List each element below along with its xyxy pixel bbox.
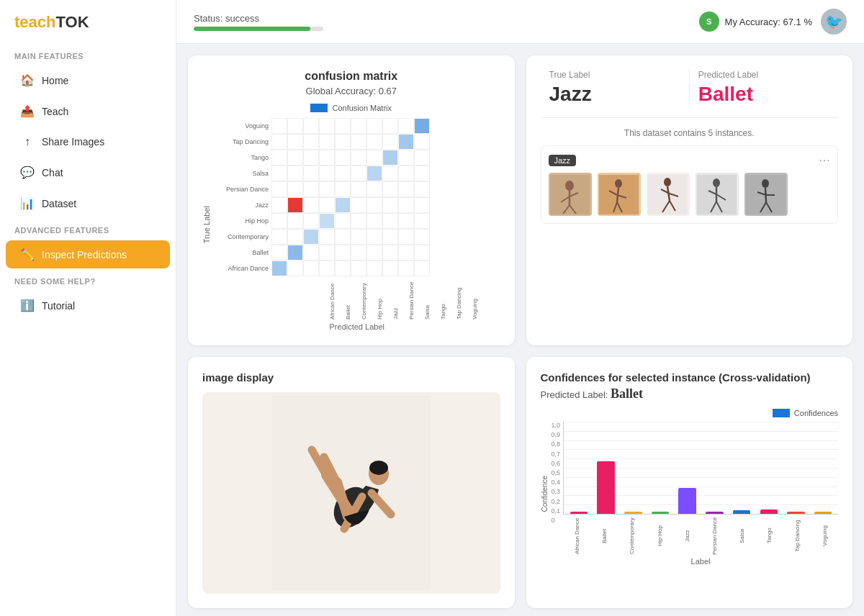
bars-container [563, 422, 838, 515]
col-label-african-dance: African Dance [329, 276, 345, 320]
x-axis-title: Label [563, 557, 838, 566]
matrix-cell-3-0 [271, 166, 287, 181]
bar-fill-7 [760, 509, 778, 514]
dataset-info: This dataset contains 5 instances. [541, 128, 839, 138]
matrix-cell-6-4 [335, 213, 351, 229]
confidence-card: Confidences for selected instance (Cross… [526, 357, 853, 608]
sidebar-item-share-label: Share Images [42, 136, 104, 148]
matrix-cell-6-0 [271, 213, 287, 229]
matrix-cell-6-7 [382, 213, 398, 229]
matrix-cell-5-3 [319, 197, 335, 213]
col-labels: African DanceBalletContemporaryHip HopJa… [214, 276, 500, 320]
matrix-cell-7-0 [271, 229, 287, 245]
x-label-6: Salsa [728, 516, 755, 556]
matrix-cell-0-6 [366, 118, 382, 134]
matrix-cell-3-2 [303, 166, 319, 181]
sidebar-item-share-images[interactable]: ↑ Share Images [6, 128, 170, 155]
sidebar-item-inspect-label: Inspect Predictions [42, 249, 127, 261]
bar-0 [565, 422, 593, 514]
main-dance-image [202, 392, 500, 594]
matrix-cell-2-0 [271, 150, 287, 166]
thumbnail-1[interactable] [549, 173, 592, 216]
col-label-contemporary: Contemporary [361, 276, 377, 320]
thumbnail-3[interactable] [647, 173, 690, 216]
row-label-tap: Tap Dancing [214, 134, 271, 150]
matrix-cell-6-6 [366, 213, 382, 229]
bar-fill-1 [597, 461, 615, 514]
thumbnail-5[interactable] [744, 173, 788, 216]
matrix-cell-5-5 [351, 197, 366, 213]
matrix-cell-8-5 [351, 245, 366, 261]
col-label-salsa: Salsa [424, 276, 440, 320]
status-bar [194, 27, 323, 31]
bar-7 [755, 422, 783, 514]
matrix-cell-3-4 [335, 166, 351, 181]
row-label-tango: Tango [214, 150, 271, 166]
strip-header: Jazz ⋯ [549, 153, 831, 167]
svg-point-15 [664, 178, 671, 186]
bar-3 [647, 422, 674, 514]
matrix-cell-8-1 [287, 245, 303, 261]
matrix-cell-5-7 [382, 197, 398, 213]
status-text: Status: success [194, 13, 323, 24]
bar-2 [619, 422, 647, 514]
matrix-row-2 [271, 150, 430, 166]
bar-fill-5 [706, 512, 724, 514]
matrix-cell-3-1 [287, 166, 303, 181]
logo-tok: TOK [55, 13, 89, 31]
matrix-cell-1-9 [414, 134, 430, 150]
sidebar-item-dataset[interactable]: 📊 Dataset [6, 189, 170, 217]
bar-chart: Confidence 1,0 0,9 0,8 0,7 0,6 0,5 0,4 0… [541, 422, 839, 566]
predicted-label-type: Predicted Label [698, 70, 829, 80]
matrix-cell-4-2 [303, 181, 319, 197]
matrix-cell-9-0 [271, 261, 287, 276]
matrix-cell-3-3 [319, 166, 335, 181]
row-label-african: African Dance [214, 261, 271, 276]
x-label-9: Voguing [811, 516, 838, 556]
matrix-cell-3-7 [382, 166, 398, 181]
header-right: S My Accuracy: 67.1 % 🐦 [699, 9, 847, 35]
true-label-section: True Label Jazz [541, 70, 690, 106]
y-axis-label: True Label [202, 206, 211, 243]
matrix-cell-6-5 [351, 213, 366, 229]
matrix-cell-5-2 [303, 197, 319, 213]
row-label-contemporary: Contemporary [214, 229, 271, 245]
sidebar-item-tutorial[interactable]: ℹ️ Tutorial [6, 291, 170, 320]
y-label-06: 0,6 [552, 460, 561, 467]
thumbnail-2[interactable] [598, 173, 641, 216]
chart-legend: Confidences [541, 409, 839, 417]
sidebar-item-inspect-predictions[interactable]: ✏️ Inspect Predictions [6, 240, 170, 268]
row-labels: Voguing Tap Dancing Tango Salsa Persian … [214, 118, 271, 276]
matrix-row-3 [271, 166, 430, 181]
accuracy-circle: S [699, 12, 719, 32]
matrix-cell-4-4 [335, 181, 351, 197]
sidebar-item-home[interactable]: 🏠 Home [6, 66, 170, 94]
bar-1 [593, 422, 620, 514]
sidebar-item-teach[interactable]: 📤 Teach [6, 97, 170, 125]
strip-more-button[interactable]: ⋯ [819, 153, 830, 167]
col-label-jazz: Jazz [392, 276, 408, 320]
matrix-cell-8-2 [303, 245, 319, 261]
share-icon: ↑ [20, 135, 35, 148]
matrix-cell-1-0 [271, 134, 287, 150]
sidebar-item-chat[interactable]: 💬 Chat [6, 158, 170, 186]
label-display-card: True Label Jazz Predicted Label Ballet T… [526, 55, 853, 345]
matrix-cell-6-9 [414, 213, 430, 229]
matrix-cell-5-6 [366, 197, 382, 213]
matrix-cell-9-8 [398, 261, 414, 276]
matrix-cell-0-8 [398, 118, 414, 134]
matrix-cell-0-4 [335, 118, 351, 134]
label-header: True Label Jazz Predicted Label Ballet [541, 70, 839, 118]
sidebar: teachTOK Main Features 🏠 Home 📤 Teach ↑ … [0, 0, 176, 616]
dancer-svg [272, 396, 431, 590]
matrix-cell-5-8 [398, 197, 414, 213]
thumbnail-4[interactable] [696, 173, 739, 216]
x-label-0: African Dance [563, 516, 590, 556]
matrix-cell-8-3 [319, 245, 335, 261]
bar-fill-2 [624, 512, 642, 514]
y-label-09: 0,9 [552, 431, 561, 438]
matrix-cell-3-9 [414, 166, 430, 181]
x-label-5: Persian Dance [701, 516, 728, 556]
row-label-ballet: Ballet [214, 245, 271, 261]
svg-point-1 [565, 181, 574, 191]
